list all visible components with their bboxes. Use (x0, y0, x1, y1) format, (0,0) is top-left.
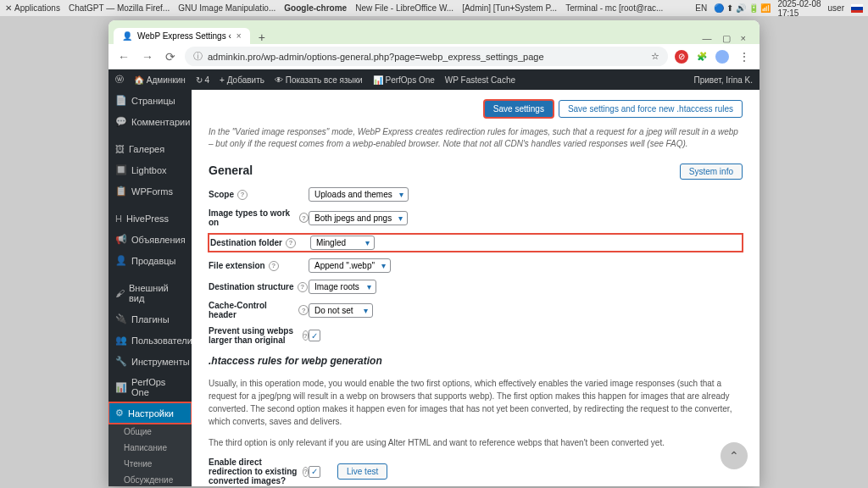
sidebar-item-tools[interactable]: 🔧Инструменты (108, 351, 192, 372)
taskbar-firefox[interactable]: ChatGPT — Mozilla Firef... (69, 3, 170, 13)
htaccess-heading: .htaccess rules for webp generation (209, 355, 743, 367)
sidebar-item-hivepress[interactable]: HHivePress (108, 208, 192, 229)
menu-icon[interactable]: ⋮ (736, 50, 753, 64)
sidebar-item-gallery[interactable]: 🖼Галерея (108, 139, 192, 159)
wp-add-new[interactable]: + Добавить (220, 75, 264, 85)
close-tab-icon[interactable]: × (236, 31, 242, 41)
plugin-icon: 🔌 (115, 313, 127, 324)
new-tab-button[interactable]: + (252, 30, 272, 44)
gear-icon: ⚙ (115, 408, 124, 419)
comment-icon: 💬 (115, 116, 127, 127)
applications-menu[interactable]: ✕ Applications (5, 3, 60, 13)
help-icon[interactable]: ? (303, 330, 309, 341)
intro-text: In the "Varied image responses" mode, We… (209, 126, 743, 150)
tray-lang[interactable]: EN (695, 3, 707, 13)
direct-label: Enable direct redirection to existing co… (209, 458, 309, 485)
extension-icon[interactable]: ⊘ (675, 50, 688, 64)
sidebar-item-perfops[interactable]: 📊PerfOps One (108, 372, 192, 402)
page-icon: 📄 (115, 95, 127, 106)
imgtypes-label: Image types to work on? (209, 208, 309, 227)
sidebar-item-settings[interactable]: ⚙Настройки (108, 402, 192, 424)
extensions-icon[interactable]: 🧩 (695, 50, 709, 64)
wp-sidebar: 📄Страницы 💬Комментарии 🖼Галерея 🔲Lightbo… (108, 90, 192, 486)
wp-cache[interactable]: WP Fastest Cache (445, 75, 515, 85)
sidebar-sub-general[interactable]: Общие (108, 424, 192, 440)
window-minimize-icon[interactable]: — (703, 33, 712, 44)
taskbar-admin[interactable]: [Admin] [Tun+System P... (462, 3, 557, 13)
url-bar[interactable]: ⓘ adminkin.pro/wp-admin/options-general.… (185, 47, 668, 66)
wp-updates[interactable]: ↻ 4 (196, 75, 209, 85)
brush-icon: 🖌 (115, 288, 125, 298)
flag-icon (851, 4, 863, 13)
chrome-tab-strip: 👤 WebP Express Settings ‹ × + — ▢ × (108, 20, 760, 44)
live-test-button[interactable]: Live test (337, 463, 387, 480)
help-icon[interactable]: ? (298, 305, 309, 315)
back-button[interactable]: ← (115, 50, 132, 64)
save-force-button[interactable]: Save settings and force new .htaccess ru… (559, 100, 743, 118)
help-icon[interactable]: ? (286, 238, 296, 248)
tab-title: WebP Express Settings ‹ (137, 31, 231, 41)
sidebar-sub-writing[interactable]: Написание (108, 440, 192, 456)
browser-tab[interactable]: 👤 WebP Express Settings ‹ × (114, 28, 250, 44)
gallery-icon: 🖼 (115, 144, 125, 154)
window-maximize-icon[interactable]: ▢ (722, 33, 731, 44)
forward-button[interactable]: → (139, 50, 156, 64)
sidebar-item-plugins[interactable]: 🔌Плагины (108, 308, 192, 330)
deststruct-select[interactable]: Image roots (309, 280, 376, 294)
profile-icon[interactable] (715, 50, 729, 64)
megaphone-icon: 📢 (115, 234, 127, 245)
taskbar-terminal[interactable]: Terminal - mc [root@rac... (565, 3, 663, 13)
desktop-taskbar: ✕ Applications ChatGPT — Mozilla Firef..… (0, 0, 868, 17)
direct-checkbox[interactable]: ✓ (309, 466, 320, 478)
help-icon[interactable]: ? (303, 467, 309, 477)
wp-perfops[interactable]: 📊 PerfOps One (373, 75, 435, 85)
help-icon[interactable]: ? (298, 282, 308, 292)
sidebar-item-lightbox[interactable]: 🔲Lightbox (108, 159, 192, 180)
chrome-window: 👤 WebP Express Settings ‹ × + — ▢ × ← → … (108, 20, 760, 486)
help-icon[interactable]: ? (237, 190, 248, 200)
help-icon[interactable]: ? (299, 213, 309, 223)
destfolder-select[interactable]: Mingled (310, 236, 375, 250)
prevent-label: Prevent using webps larger than original… (209, 326, 309, 345)
window-close-icon[interactable]: × (741, 33, 746, 44)
cache-select[interactable]: Do not set (309, 303, 373, 318)
scope-select[interactable]: Uploads and themes (309, 187, 409, 202)
sidebar-item-users[interactable]: 👥Пользователи (108, 330, 192, 351)
ext-select[interactable]: Append ".webp" (309, 258, 391, 273)
sidebar-item-wpforms[interactable]: 📋WPForms (108, 180, 192, 202)
chrome-toolbar: ← → ⟳ ⓘ adminkin.pro/wp-admin/options-ge… (108, 44, 760, 69)
taskbar-chrome[interactable]: Google-chrome (284, 3, 347, 13)
sidebar-sub-discussion[interactable]: Обсуждение (108, 472, 192, 486)
prevent-checkbox[interactable]: ✓ (309, 330, 320, 341)
sidebar-item-comments[interactable]: 💬Комментарии (108, 111, 192, 132)
wp-admin-bar: ⓦ 🏠 Админкин ↻ 4 + Добавить 👁 Показать в… (108, 69, 760, 90)
users-icon: 👥 (115, 335, 127, 346)
wp-site-name[interactable]: 🏠 Админкин (134, 75, 186, 85)
sidebar-item-pages[interactable]: 📄Страницы (108, 90, 192, 111)
ext-label: File extension? (209, 261, 309, 271)
save-settings-button[interactable]: Save settings (484, 100, 554, 118)
taskbar-gimp[interactable]: GNU Image Manipulatio... (178, 3, 275, 13)
forms-icon: 📋 (115, 186, 127, 197)
sidebar-item-listings[interactable]: 📢Объявления (108, 229, 192, 250)
help-icon[interactable]: ? (269, 261, 279, 271)
site-info-icon[interactable]: ⓘ (193, 50, 203, 63)
system-info-button[interactable]: System info (680, 164, 743, 180)
sidebar-sub-reading[interactable]: Чтение (108, 456, 192, 472)
user-icon: 👤 (115, 255, 127, 266)
htaccess-desc2: The third option is only relevant if you… (209, 436, 743, 449)
wrench-icon: 🔧 (115, 356, 127, 367)
imgtypes-select[interactable]: Both jpegs and pngs (309, 211, 408, 225)
tray-user[interactable]: user (828, 3, 844, 13)
taskbar-libreoffice[interactable]: New File - LibreOffice W... (355, 3, 453, 13)
back-to-top-button[interactable]: ⌃ (721, 442, 748, 469)
wp-logo-icon[interactable]: ⓦ (115, 74, 124, 86)
lightbox-icon: 🔲 (115, 164, 127, 175)
wp-greeting[interactable]: Привет, Irina K. (694, 75, 753, 85)
sidebar-item-vendors[interactable]: 👤Продавцы (108, 250, 192, 271)
tray-icons[interactable]: 🔵 ⬆ 🔊 🔋 📶 (714, 3, 771, 13)
sidebar-item-appearance[interactable]: 🖌Внешний вид (108, 278, 192, 308)
bookmark-icon[interactable]: ☆ (651, 51, 659, 62)
reload-button[interactable]: ⟳ (163, 50, 178, 64)
wp-languages[interactable]: 👁 Показать все языки (275, 75, 363, 85)
